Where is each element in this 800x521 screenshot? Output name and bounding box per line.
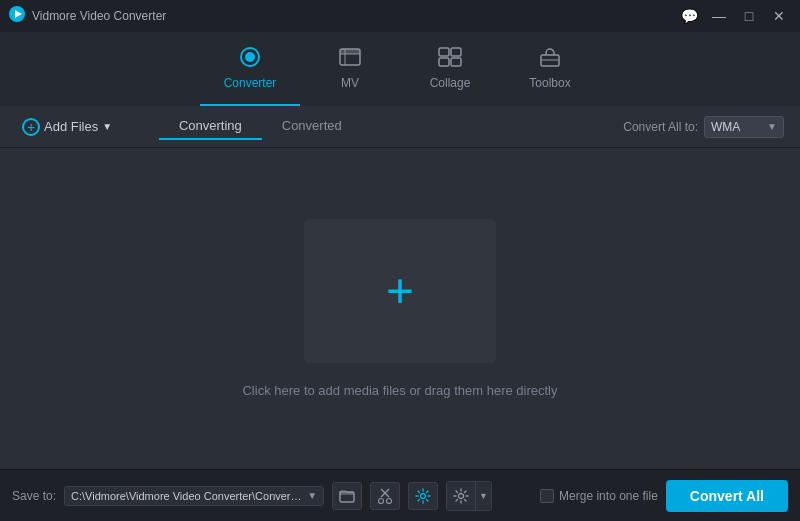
- format-select-dropdown[interactable]: WMA ▼: [704, 116, 784, 138]
- cut-button[interactable]: [370, 482, 400, 510]
- tab-mv[interactable]: MV: [300, 32, 400, 106]
- save-to-label: Save to:: [12, 489, 56, 503]
- tab-converter-label: Converter: [224, 76, 277, 90]
- svg-rect-9: [451, 48, 461, 56]
- convert-all-to-area: Convert All to: WMA ▼: [623, 116, 784, 138]
- merge-checkbox[interactable]: [540, 489, 554, 503]
- sub-tab-group: Converting Converted: [159, 113, 362, 140]
- collage-icon: [437, 46, 463, 72]
- svg-point-3: [245, 52, 255, 62]
- app-icon: [8, 5, 26, 27]
- sub-tab-converted[interactable]: Converted: [262, 113, 362, 140]
- browse-folder-button[interactable]: [332, 482, 362, 510]
- settings-gear-button[interactable]: [408, 482, 438, 510]
- main-content: + Click here to add media files or drag …: [0, 148, 800, 469]
- settings-with-arrow-button[interactable]: ▼: [446, 481, 492, 511]
- merge-label: Merge into one file: [559, 489, 658, 503]
- svg-point-20: [459, 493, 464, 498]
- svg-rect-11: [451, 58, 461, 66]
- drop-zone[interactable]: +: [304, 219, 496, 363]
- add-files-label: Add Files: [44, 119, 98, 134]
- nav-bar: Converter MV Collage: [0, 32, 800, 106]
- format-dropdown-arrow-icon: ▼: [767, 121, 777, 132]
- save-path-dropdown-arrow: ▼: [307, 490, 317, 501]
- window-controls: 💬 — □ ✕: [676, 7, 792, 25]
- title-bar-left: Vidmore Video Converter: [8, 5, 166, 27]
- add-files-dropdown-arrow: ▼: [102, 121, 112, 132]
- merge-checkbox-area: Merge into one file: [540, 489, 658, 503]
- title-bar: Vidmore Video Converter 💬 — □ ✕: [0, 0, 800, 32]
- chat-button[interactable]: 💬: [676, 7, 702, 25]
- tab-toolbox[interactable]: Toolbox: [500, 32, 600, 106]
- svg-point-17: [379, 498, 384, 503]
- svg-point-18: [387, 498, 392, 503]
- settings-dropdown-arrow-button[interactable]: ▼: [475, 482, 491, 510]
- format-value: WMA: [711, 120, 763, 134]
- convert-all-button[interactable]: Convert All: [666, 480, 788, 512]
- maximize-button[interactable]: □: [736, 7, 762, 25]
- sub-toolbar: + Add Files ▼ Converting Converted Conve…: [0, 106, 800, 148]
- mv-icon: [337, 46, 363, 72]
- toolbox-icon: [537, 46, 563, 72]
- drop-hint-text: Click here to add media files or drag th…: [242, 383, 557, 398]
- add-icon: +: [22, 118, 40, 136]
- svg-point-19: [421, 493, 426, 498]
- svg-rect-10: [439, 58, 449, 66]
- tab-collage[interactable]: Collage: [400, 32, 500, 106]
- save-path-value: C:\Vidmore\Vidmore Video Converter\Conve…: [71, 490, 303, 502]
- tab-converter[interactable]: Converter: [200, 32, 300, 106]
- plus-icon: +: [386, 267, 414, 315]
- tab-collage-label: Collage: [430, 76, 471, 90]
- add-files-button[interactable]: + Add Files ▼: [16, 114, 118, 140]
- tab-toolbox-label: Toolbox: [529, 76, 570, 90]
- minimize-button[interactable]: —: [706, 7, 732, 25]
- sub-tab-converting[interactable]: Converting: [159, 113, 262, 140]
- bottom-bar: Save to: C:\Vidmore\Vidmore Video Conver…: [0, 469, 800, 521]
- app-title: Vidmore Video Converter: [32, 9, 166, 23]
- save-path-box[interactable]: C:\Vidmore\Vidmore Video Converter\Conve…: [64, 486, 324, 506]
- convert-all-to-label: Convert All to:: [623, 120, 698, 134]
- close-button[interactable]: ✕: [766, 7, 792, 25]
- converter-icon: [237, 46, 263, 72]
- settings-main-button[interactable]: [447, 482, 475, 510]
- svg-rect-5: [340, 49, 360, 54]
- tab-mv-label: MV: [341, 76, 359, 90]
- svg-rect-8: [439, 48, 449, 56]
